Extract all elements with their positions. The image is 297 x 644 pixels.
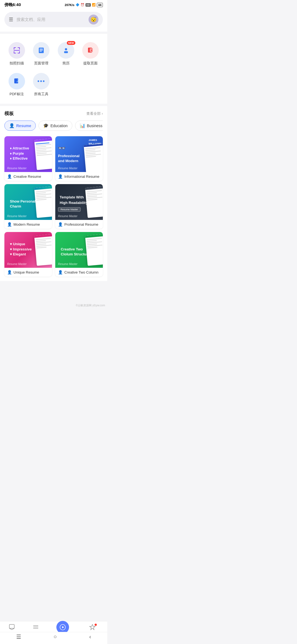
unique-brand: Resume Master xyxy=(7,263,27,266)
tools-section: 拍照扫描 页面管理 NEW 简历 xyxy=(0,34,107,104)
tool-all-tools[interactable]: ••• 所有工具 xyxy=(29,70,54,101)
resume-tab-icon: 👤 xyxy=(9,123,15,128)
tool-extract[interactable]: 提取页面 xyxy=(78,39,103,70)
signal-icon: 📶 xyxy=(92,3,96,7)
svg-rect-1 xyxy=(14,47,14,50)
education-tab-label: Education xyxy=(50,124,67,128)
svg-rect-18 xyxy=(14,78,18,83)
avatar[interactable]: 😴 xyxy=(89,15,98,24)
modern-thumb-text: Show Personal Charm xyxy=(7,196,38,212)
creative-thumb: ♦ Attractive ♦ Purple ♦ Effective Resume… xyxy=(4,136,52,172)
template-tabs: 👤 Resume 🎓 Education 📊 Business 📄 Letter xyxy=(4,121,103,132)
section-more-link[interactable]: 查看全部 › xyxy=(86,111,103,116)
new-badge: NEW xyxy=(67,41,75,45)
professional-brand: Resume Master xyxy=(58,215,78,218)
creative-thumb-text: ♦ Attractive ♦ Purple ♦ Effective xyxy=(7,143,32,164)
unique-thumb-text: ♥ Unique ♥ Impressive ♥ Elegant xyxy=(7,239,34,260)
all-tools-icon-circle: ••• xyxy=(33,73,50,89)
tool-resume[interactable]: NEW 简历 xyxy=(54,39,78,70)
creative2-thumb: Creative Two Clolum Structure Resume Mas… xyxy=(55,232,103,268)
pdf-label: PDF标注 xyxy=(10,92,24,97)
template-grid: ♦ Attractive ♦ Purple ♦ Effective Resume… xyxy=(4,136,103,281)
creative2-name: Creative Two Column xyxy=(64,270,98,274)
scan-icon-circle xyxy=(9,42,25,59)
informational-name: Informational Resume xyxy=(64,174,99,179)
extract-label: 提取页面 xyxy=(83,61,98,66)
creative-doc xyxy=(34,138,52,170)
professional-info: 👤 Professional Resume xyxy=(55,220,103,229)
creative-name: Creative Resume xyxy=(13,174,41,179)
template-card-informational[interactable]: 👓 Professional and Modern Resume Master … xyxy=(55,136,103,181)
alarm-icon: ⏰ xyxy=(81,3,84,7)
unique-person-icon: 👤 xyxy=(7,270,12,274)
creative2-brand: Resume Master xyxy=(58,263,78,266)
informational-person-icon: 👤 xyxy=(58,174,63,179)
modern-name: Modern Resume xyxy=(13,222,40,227)
svg-rect-5 xyxy=(14,51,14,53)
template-card-modern[interactable]: Show Personal Charm Resume Master xyxy=(4,184,52,229)
svg-rect-12 xyxy=(40,51,42,51)
templates-section: 模板 查看全部 › 👤 Resume 🎓 Education 📊 Busines… xyxy=(0,106,107,281)
svg-rect-11 xyxy=(40,50,43,50)
page-mgmt-icon-circle xyxy=(33,42,50,59)
status-icons: 207K/s 🔷 ⏰ HD 📶 44 xyxy=(65,3,103,7)
pdf-icon-circle xyxy=(9,73,25,89)
template-card-unique[interactable]: ♥ Unique ♥ Impressive ♥ Elegant Resume M… xyxy=(4,232,52,277)
tool-scan[interactable]: 拍照扫描 xyxy=(4,39,29,70)
professional-name: Professional Resume xyxy=(64,222,98,227)
section-title: 模板 xyxy=(4,110,14,117)
svg-rect-3 xyxy=(19,47,20,50)
page-mgmt-label: 页面管理 xyxy=(34,61,48,66)
svg-rect-14 xyxy=(64,51,68,53)
tool-page-mgmt[interactable]: 页面管理 xyxy=(29,39,54,70)
speed: 207K/s xyxy=(65,3,74,7)
unique-info: 👤 Unique Resume xyxy=(4,268,52,277)
battery-icon: 44 xyxy=(97,3,103,7)
creative-person-icon: 👤 xyxy=(7,174,12,179)
tools-grid: 拍照扫描 页面管理 NEW 简历 xyxy=(4,39,103,101)
menu-icon[interactable]: ☰ xyxy=(9,17,13,23)
time: 傍晚6:40 xyxy=(4,2,21,7)
tab-business[interactable]: 📊 Business xyxy=(75,121,103,131)
informational-info: 👤 Informational Resume xyxy=(55,172,103,181)
template-card-creative2[interactable]: Creative Two Clolum Structure Resume Mas… xyxy=(55,232,103,277)
watermark: ©云帆资源网 yfzyw.com xyxy=(0,303,107,308)
svg-rect-7 xyxy=(19,51,20,53)
professional-thumb-text: Template With High Readability xyxy=(57,192,90,208)
tool-pdf[interactable]: PDF标注 xyxy=(4,70,29,101)
informational-doc xyxy=(84,144,103,172)
professional-doc xyxy=(85,186,103,218)
template-card-professional[interactable]: Template With High Readability Resume Ma… xyxy=(55,184,103,229)
svg-rect-10 xyxy=(40,49,43,49)
business-tab-icon: 📊 xyxy=(80,123,85,128)
search-bar-container: ☰ 搜索文档、应用 😴 xyxy=(0,9,107,32)
education-tab-icon: 🎓 xyxy=(43,123,49,128)
creative-brand: Resume Master xyxy=(7,167,27,170)
search-bar[interactable]: ☰ 搜索文档、应用 😴 xyxy=(4,12,103,27)
unique-thumb: ♥ Unique ♥ Impressive ♥ Elegant Resume M… xyxy=(4,232,52,268)
tab-resume[interactable]: 👤 Resume xyxy=(4,121,36,131)
modern-thumb: Show Personal Charm Resume Master xyxy=(4,184,52,220)
resume-label: 简历 xyxy=(62,61,70,66)
creative2-person-icon: 👤 xyxy=(58,270,63,274)
professional-badge: Resume Master xyxy=(58,207,81,212)
template-card-creative[interactable]: ♦ Attractive ♦ Purple ♦ Effective Resume… xyxy=(4,136,52,181)
modern-brand: Resume Master xyxy=(7,215,27,218)
hd-icon: HD xyxy=(86,3,91,7)
all-tools-label: 所有工具 xyxy=(34,92,48,97)
tab-education[interactable]: 🎓 Education xyxy=(38,121,72,131)
scan-label: 拍照扫描 xyxy=(10,61,24,66)
professional-thumb: Template With High Readability Resume Ma… xyxy=(55,184,103,220)
section-header: 模板 查看全部 › xyxy=(4,110,103,117)
unique-name: Unique Resume xyxy=(13,270,39,274)
creative2-thumb-text: Creative Two Clolum Structure xyxy=(58,244,92,260)
svg-point-13 xyxy=(65,48,67,50)
resume-icon-circle: NEW xyxy=(58,42,74,59)
resume-tab-label: Resume xyxy=(16,124,31,128)
modern-person-icon: 👤 xyxy=(7,222,12,227)
search-placeholder[interactable]: 搜索文档、应用 xyxy=(16,17,85,22)
modern-info: 👤 Modern Resume xyxy=(4,220,52,229)
professional-person-icon: 👤 xyxy=(58,222,63,227)
unique-doc xyxy=(34,234,52,266)
informational-thumb: 👓 Professional and Modern Resume Master … xyxy=(55,136,103,172)
